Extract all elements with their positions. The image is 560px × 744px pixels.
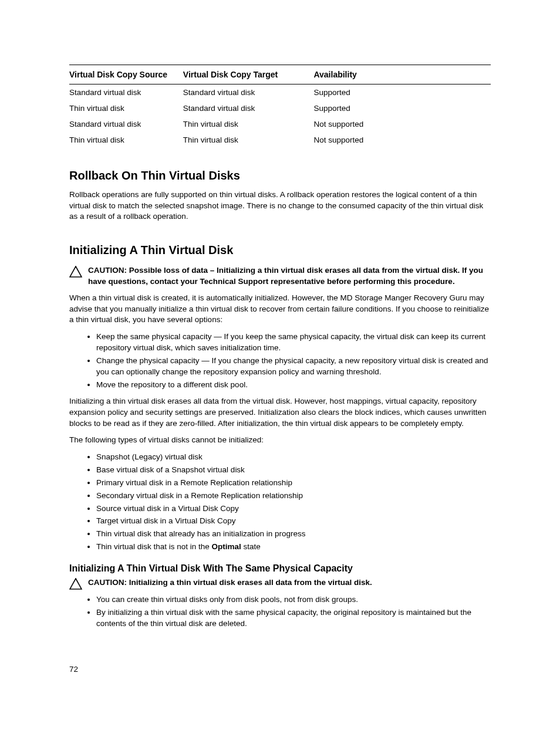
table-cell: Not supported: [313, 116, 491, 132]
table-cell: Thin virtual disk: [183, 132, 314, 148]
document-page: Virtual Disk Copy Source Virtual Disk Co…: [0, 0, 560, 744]
list-item: Source virtual disk in a Virtual Disk Co…: [96, 503, 491, 515]
table-header-row: Virtual Disk Copy Source Virtual Disk Co…: [69, 65, 491, 84]
table-cell: Supported: [313, 100, 491, 116]
table-cell: Standard virtual disk: [69, 84, 183, 101]
caution-text: CAUTION: Initializing a thin virtual dis…: [88, 577, 372, 589]
same-capacity-list: You can create thin virtual disks only f…: [83, 594, 491, 630]
paragraph: The following types of virtual disks can…: [69, 435, 491, 446]
paragraph: Rollback operations are fully supported …: [69, 190, 491, 222]
heading-rollback: Rollback On Thin Virtual Disks: [69, 169, 491, 182]
list-item: Secondary virtual disk in a Remote Repli…: [96, 491, 491, 502]
heading-initializing: Initializing A Thin Virtual Disk: [69, 244, 491, 257]
table-cell: Supported: [313, 84, 491, 101]
list-item: Primary virtual disk in a Remote Replica…: [96, 478, 491, 489]
table-header: Virtual Disk Copy Source: [69, 65, 183, 84]
list-item: Keep the same physical capacity — If you…: [96, 332, 491, 354]
list-item: Thin virtual disk that is not in the Opt…: [96, 542, 491, 553]
list-item: Change the physical capacity — If you ch…: [96, 356, 491, 378]
list-item: Thin virtual disk that already has an in…: [96, 529, 491, 540]
table-row: Standard virtual disk Thin virtual disk …: [69, 116, 491, 132]
caution-block: CAUTION: Possible loss of data – Initial…: [69, 265, 491, 287]
table-header: Virtual Disk Copy Target: [183, 65, 314, 84]
table-cell: Standard virtual disk: [69, 116, 183, 132]
svg-marker-1: [70, 579, 82, 589]
table-row: Thin virtual disk Thin virtual disk Not …: [69, 132, 491, 148]
table-cell: Standard virtual disk: [183, 100, 314, 116]
compatibility-table: Virtual Disk Copy Source Virtual Disk Co…: [69, 65, 491, 148]
table-cell: Thin virtual disk: [69, 132, 183, 148]
cannot-initialize-list: Snapshot (Legacy) virtual disk Base virt…: [83, 452, 491, 553]
list-item: Target virtual disk in a Virtual Disk Co…: [96, 516, 491, 527]
table-row: Standard virtual disk Standard virtual d…: [69, 84, 491, 101]
table-cell: Thin virtual disk: [69, 100, 183, 116]
svg-marker-0: [70, 266, 82, 277]
caution-text: CAUTION: Possible loss of data – Initial…: [88, 265, 491, 287]
caution-block: CAUTION: Initializing a thin virtual dis…: [69, 577, 491, 590]
list-item: Snapshot (Legacy) virtual disk: [96, 452, 491, 463]
paragraph: When a thin virtual disk is created, it …: [69, 293, 491, 326]
list-item: Base virtual disk of a Snapshot virtual …: [96, 465, 491, 476]
caution-icon: [69, 266, 82, 278]
text-run: Thin virtual disk that is not in the: [96, 542, 212, 551]
table-cell: Standard virtual disk: [183, 84, 314, 101]
list-item: You can create thin virtual disks only f…: [96, 594, 491, 606]
text-run: state: [241, 542, 261, 551]
subheading-same-capacity: Initializing A Thin Virtual Disk With Th…: [69, 563, 491, 574]
table-cell: Thin virtual disk: [183, 116, 314, 132]
options-list: Keep the same physical capacity — If you…: [83, 332, 491, 390]
list-item: By initializing a thin virtual disk with…: [96, 607, 491, 630]
bold-text: Optimal: [212, 542, 241, 551]
page-number: 72: [69, 665, 78, 674]
table-cell: Not supported: [313, 132, 491, 148]
table-header: Availability: [313, 65, 491, 84]
list-item: Move the repository to a different disk …: [96, 380, 491, 391]
caution-icon: [69, 578, 82, 590]
paragraph: Initializing a thin virtual disk erases …: [69, 396, 491, 429]
table-row: Thin virtual disk Standard virtual disk …: [69, 100, 491, 116]
